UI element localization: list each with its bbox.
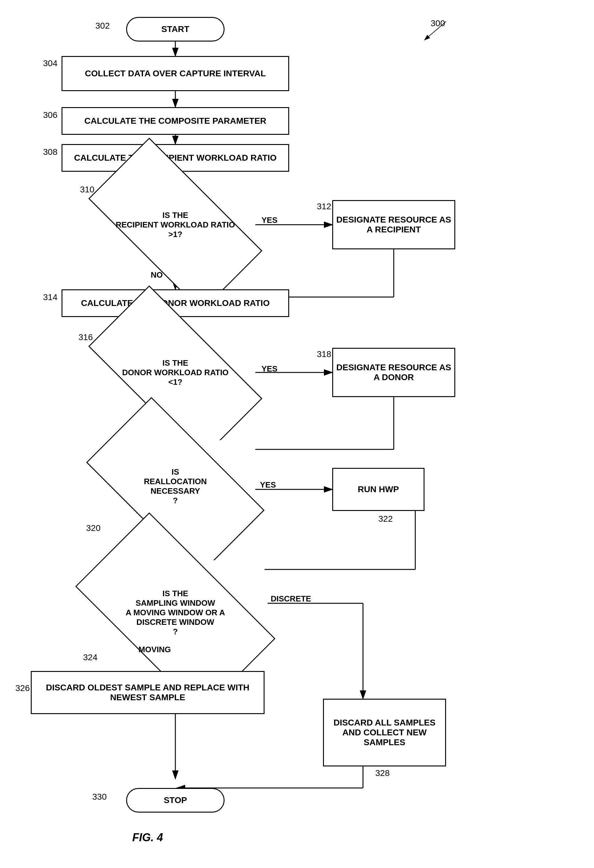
ref-322: 322 [378,514,393,524]
ref-330: 330 [92,792,107,802]
designate-donor-node: DESIGNATE RESOURCE AS A DONOR [332,348,455,397]
diamond-window: IS THESAMPLING WINDOWA MOVING WINDOW OR … [86,560,265,665]
discrete-label: DISCRETE [271,594,311,604]
moving-label: MOVING [139,645,171,654]
diamond-realloc: ISREALLOCATIONNECESSARY? [95,440,255,533]
ref-310: 310 [80,185,94,195]
ref-302: 302 [95,21,110,31]
ref-300-arrow [415,18,452,43]
diamond-donor: IS THEDONOR WORKLOAD RATIO<1? [95,329,255,416]
yes-label-realloc: YES [260,480,276,490]
run-hwp-node: RUN HWP [332,468,424,511]
collect-node: COLLECT DATA OVER CAPTURE INTERVAL [62,56,289,91]
ref-324: 324 [83,652,97,662]
ref-320: 320 [86,523,100,533]
ref-318: 318 [317,349,331,359]
ref-304: 304 [43,59,57,68]
no-label-recipient: NO [151,270,163,280]
diagram-container: 300 START 302 COLLECT DATA OVER CAPTURE … [0,0,594,868]
start-node: START [126,17,224,41]
designate-recipient-node: DESIGNATE RESOURCE AS A RECIPIENT [332,200,455,249]
diamond-recipient: IS THERECIPIENT WORKLOAD RATIO>1? [95,182,255,268]
ref-312: 312 [317,202,331,211]
yes-label-donor: YES [261,364,277,373]
calc-composite-node: CALCULATE THE COMPOSITE PARAMETER [62,107,289,135]
stop-node: STOP [126,788,224,813]
ref-314: 314 [43,292,57,302]
discard-all-node: DISCARD ALL SAMPLES AND COLLECT NEW SAMP… [323,699,446,766]
ref-316: 316 [78,332,93,342]
yes-label-recipient: YES [261,216,277,225]
ref-328: 328 [375,768,390,778]
discard-oldest-node: DISCARD OLDEST SAMPLE AND REPLACE WITH N… [31,671,265,714]
ref-306: 306 [43,110,57,120]
fig-label: FIG. 4 [132,831,163,844]
ref-326: 326 [15,683,30,693]
svg-line-25 [424,22,446,40]
ref-308: 308 [43,147,57,157]
